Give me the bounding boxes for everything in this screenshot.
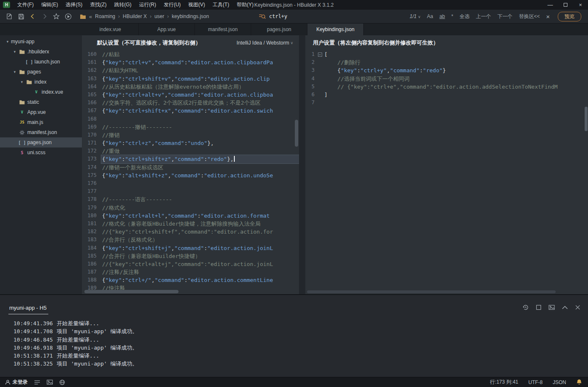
tree-item-uni.scss[interactable]: Suni.scss xyxy=(0,147,82,158)
minimize-button[interactable]: — xyxy=(543,0,558,10)
code-line[interactable]: 185//合并行（兼容老版HBuilder快捷键） xyxy=(82,252,299,260)
find-previous-button[interactable]: 上一个 xyxy=(476,13,491,20)
close-button[interactable]: × xyxy=(573,0,588,10)
regex-button[interactable]: * xyxy=(452,13,454,19)
code-line[interactable]: 1−[ xyxy=(305,50,588,58)
breadcrumb-item[interactable]: HBuilder X xyxy=(123,13,147,19)
code-line[interactable]: 160//粘贴 xyxy=(82,50,299,58)
tree-item-.hbuilderx[interactable]: ▾.hbuilderx xyxy=(0,47,82,57)
clear-history-icon[interactable] xyxy=(522,304,529,311)
horizontal-scrollbar[interactable] xyxy=(307,290,556,293)
tab-manifest.json[interactable]: manifest.json xyxy=(195,24,251,35)
collapse-panel-icon[interactable] xyxy=(562,305,568,309)
stop-icon[interactable] xyxy=(536,305,541,310)
search-box[interactable]: ctrl+y xyxy=(259,13,287,20)
search-input[interactable]: ctrl+y xyxy=(269,13,287,19)
vertical-scrollbar[interactable] xyxy=(295,120,298,147)
menu-item[interactable]: 帮助(Y) xyxy=(233,1,257,8)
find-next-button[interactable]: 下一个 xyxy=(497,13,512,20)
tab-Keybindings.json[interactable]: Keybindings.json xyxy=(307,24,364,35)
breadcrumb-item[interactable]: user xyxy=(155,13,164,19)
code-line[interactable]: 3 {"key":"ctrl+y","command":"redo"} xyxy=(305,66,588,74)
chevron-down-icon[interactable]: ▾ xyxy=(11,70,18,74)
user-settings-editor[interactable]: 1−[2 //删除行3 {"key":"ctrl+y","command":"r… xyxy=(305,50,588,294)
web-globe-icon[interactable] xyxy=(59,379,65,385)
menu-item[interactable]: 运行(R) xyxy=(135,1,160,8)
run-button[interactable] xyxy=(62,11,74,21)
code-line[interactable]: 183//合并行（反格式化） xyxy=(82,236,299,244)
forward-button[interactable] xyxy=(39,11,50,21)
replace-toggle-button[interactable]: 替换区<< xyxy=(519,13,540,20)
maximize-button[interactable] xyxy=(558,0,573,10)
code-line[interactable]: 181//格式化（兼容老版HBuilder快捷键，注意解除搜狗输入法全局 xyxy=(82,220,299,228)
tab-pages.json[interactable]: pages.json xyxy=(251,24,307,35)
tree-item-manifest.json[interactable]: manifest.json xyxy=(0,127,82,137)
code-line[interactable]: 178//--------语言-------- xyxy=(82,195,299,203)
breadcrumb-item[interactable]: keybindings.json xyxy=(172,13,209,19)
code-line[interactable]: 180{"key":"ctrl+alt+l","command":"editor… xyxy=(82,212,299,220)
code-line[interactable]: 5 // {"key":"ctrl+e","command":"editor.a… xyxy=(305,83,588,91)
code-line[interactable]: 170//撤销 xyxy=(82,131,299,139)
save-button[interactable] xyxy=(15,11,27,21)
tab-App.vue[interactable]: App.vue xyxy=(139,24,195,35)
code-line[interactable]: 187//注释/反注释 xyxy=(82,268,299,276)
code-line[interactable]: 4 //选择当前词或下一个相同词 xyxy=(305,75,588,83)
match-case-button[interactable]: Aa xyxy=(427,13,433,19)
preset-selector[interactable]: IntelliJ Idea / Webstorm ∨ xyxy=(236,40,293,46)
select-all-button[interactable]: 全选 xyxy=(459,13,470,20)
code-line[interactable]: 168 xyxy=(82,115,299,123)
code-line[interactable]: 186//{"key":"ctrl+alt+j","command":"edit… xyxy=(82,260,299,268)
chevron-down-icon[interactable]: ▾ xyxy=(18,80,25,84)
code-line[interactable]: 6] xyxy=(305,91,588,99)
code-line[interactable]: 163{"key":"ctrl+shift+v","command":"edit… xyxy=(82,75,299,83)
match-count[interactable]: 1/1∨ xyxy=(410,13,420,19)
breadcrumb-collapse[interactable]: « xyxy=(89,13,92,20)
console-tab[interactable]: myuni-app - H5 xyxy=(8,305,48,314)
tree-item-myuni-app[interactable]: ▾myuni-app xyxy=(0,37,82,47)
screenshot-icon[interactable] xyxy=(549,305,555,310)
menu-item[interactable]: 选择(S) xyxy=(62,1,86,8)
tree-item-index.vue[interactable]: Vindex.vue xyxy=(0,87,82,97)
syntax-indicator[interactable]: JSON xyxy=(553,379,566,385)
menu-item[interactable]: 查找(Z) xyxy=(86,1,110,8)
code-line[interactable]: 177 xyxy=(82,187,299,195)
code-line[interactable]: 184{"key":"ctrl+shift+j","command":"edit… xyxy=(82,244,299,252)
menu-item[interactable]: 发行(U) xyxy=(160,1,185,8)
code-line[interactable]: 173{"key":"ctrl+shift+z","command":"redo… xyxy=(82,155,299,163)
code-line[interactable]: 2 //删除行 xyxy=(305,58,588,66)
tree-item-App.vue[interactable]: VApp.vue xyxy=(0,107,82,117)
code-line[interactable]: 188{"key":"ctrl+/","command":"editor.act… xyxy=(82,276,299,284)
cursor-position[interactable]: 行:173 列:41 xyxy=(490,379,518,386)
login-button[interactable]: 未登录 xyxy=(5,379,28,386)
tree-item-launch.json[interactable]: [ ]launch.json xyxy=(0,57,82,67)
horizontal-scrollbar[interactable] xyxy=(84,290,178,293)
code-line[interactable]: 174//撤销一个新光标或选区 xyxy=(82,163,299,171)
default-settings-editor[interactable]: 160//粘贴161{"key":"ctrl+v","command":"edi… xyxy=(82,50,299,294)
menu-item[interactable]: 跳转(G) xyxy=(110,1,135,8)
image-icon[interactable] xyxy=(47,379,53,385)
code-line[interactable]: 176 xyxy=(82,179,299,187)
chevron-down-icon[interactable]: ▾ xyxy=(4,39,11,44)
code-line[interactable]: 182//{"key":"ctrl+shift+f","command":"ed… xyxy=(82,228,299,236)
notification-bell-icon[interactable] xyxy=(576,379,582,385)
pane-splitter[interactable] xyxy=(299,35,305,294)
fold-collapse-icon[interactable]: − xyxy=(318,53,322,57)
fold-marker[interactable]: − xyxy=(316,50,323,58)
favorite-button[interactable] xyxy=(50,11,62,21)
code-line[interactable]: 167{"key":"ctrl+shift+x","command":"edit… xyxy=(82,107,299,115)
menu-item[interactable]: 视图(V) xyxy=(184,1,209,8)
code-line[interactable]: 175{"key":"alt+shift+z","command":"edito… xyxy=(82,171,299,179)
code-line[interactable]: 164//从历史粘贴板粘贴（注意解除evernote的快捷键占用） xyxy=(82,83,299,91)
tree-item-static[interactable]: static xyxy=(0,97,82,107)
preview-button[interactable]: 预览 xyxy=(558,12,581,21)
code-line[interactable]: 166//交换字符、选区或行。2个选区或2行是彼此交换；不是2个选区 xyxy=(82,99,299,107)
menu-item[interactable]: 工具(T) xyxy=(209,1,233,8)
back-button[interactable] xyxy=(27,11,39,21)
code-line[interactable]: 172//重做 xyxy=(82,147,299,155)
tree-item-main.js[interactable]: JSmain.js xyxy=(0,117,82,127)
code-line[interactable]: 162//粘贴为HTML xyxy=(82,66,299,74)
menu-item[interactable]: 编辑(E) xyxy=(37,1,62,8)
code-line[interactable]: 179//格式化 xyxy=(82,204,299,212)
find-close-button[interactable]: × xyxy=(546,13,550,20)
code-line[interactable]: 165{"key":"ctrl+alt+v","command":"editor… xyxy=(82,91,299,99)
